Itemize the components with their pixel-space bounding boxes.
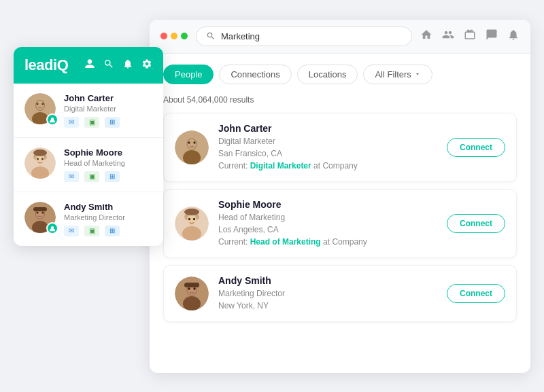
svg-point-32 (188, 217, 190, 219)
dot-red (160, 33, 167, 39)
result-info-1: John Carter Digital Marketer San Fransic… (218, 123, 437, 172)
result-name-2: Sophie Moore (218, 199, 437, 210)
filter-tabs: People Connections Locations All Filters (163, 65, 517, 84)
person-info-2: Sophie Moore Head of Marketing ✉ ▣ ⊞ (64, 147, 152, 182)
nav-icons-top (420, 29, 520, 43)
home-nav-icon[interactable] (420, 29, 432, 43)
sidebar-person-item: Sophie Moore Head of Marketing ✉ ▣ ⊞ (14, 138, 163, 192)
result-info-3: Andy Smith Marketing Director New York, … (218, 275, 437, 312)
avatar-wrapper-3 (24, 202, 56, 233)
search-icon (206, 31, 216, 41)
connect-button-3[interactable]: Connect (447, 284, 505, 303)
person-title-3: Marketing Director (64, 213, 152, 221)
connect-button-1[interactable]: Connect (447, 138, 505, 157)
person-actions-3: ✉ ▣ ⊞ (64, 226, 152, 236)
company-action-1[interactable]: ⊞ (105, 117, 120, 128)
browser-dots (160, 33, 188, 39)
connect-button-2[interactable]: Connect (447, 214, 505, 233)
svg-point-31 (182, 226, 201, 240)
result-card-1: John Carter Digital Marketer San Fransic… (163, 113, 517, 182)
result-card-2: Sophie Moore Head of Marketing Los Angel… (163, 189, 517, 258)
right-search-panel: Marketing (150, 20, 530, 373)
avatar-2 (24, 147, 56, 179)
gear-header-icon[interactable] (141, 58, 152, 71)
svg-point-2 (36, 101, 44, 110)
panel-content: People Connections Locations All Filters… (150, 54, 530, 340)
email-action-2[interactable]: ✉ (64, 171, 79, 182)
svg-point-18 (37, 211, 39, 213)
result-subtitle-1: Digital Marketer San Fransico, CA Curren… (218, 135, 437, 172)
avatar-badge-1 (46, 113, 58, 126)
results-count: About 54,064,000 results (163, 95, 517, 105)
person-actions-1: ✉ ▣ ⊞ (64, 117, 152, 128)
people-nav-icon[interactable] (442, 29, 454, 43)
svg-point-11 (37, 158, 39, 160)
logo: leadiQ (24, 56, 68, 74)
tab-people[interactable]: People (163, 65, 214, 84)
result-avatar-3 (175, 277, 209, 310)
email-action-3[interactable]: ✉ (64, 226, 79, 236)
svg-point-34 (184, 209, 199, 215)
result-info-2: Sophie Moore Head of Marketing Los Angel… (218, 199, 437, 248)
company-action-2[interactable]: ⊞ (105, 171, 120, 182)
result-name-3: Andy Smith (218, 275, 437, 286)
result-avatar-2 (175, 207, 209, 240)
sidebar-person-item: John Carter Digital Marketer ✉ ▣ ⊞ (14, 84, 163, 138)
person-title-2: Head of Marketing (64, 159, 152, 167)
chevron-down-icon (414, 71, 421, 77)
svg-point-33 (193, 217, 195, 219)
svg-rect-41 (184, 283, 199, 287)
svg-point-24 (188, 139, 197, 149)
sidebar-people-list: John Carter Digital Marketer ✉ ▣ ⊞ (14, 84, 163, 246)
phone-action-1[interactable]: ▣ (84, 117, 99, 128)
avatar-badge-3 (46, 222, 58, 234)
phone-action-2[interactable]: ▣ (84, 171, 99, 182)
person-name-2: Sophie Moore (64, 147, 152, 158)
svg-point-26 (188, 141, 190, 143)
avatar-wrapper-1 (24, 93, 56, 124)
dot-green (181, 33, 188, 39)
person-info-1: John Carter Digital Marketer ✉ ▣ ⊞ (64, 93, 152, 128)
person-title-1: Digital Marketer (64, 105, 152, 113)
email-action-1[interactable]: ✉ (64, 117, 79, 128)
tab-connections[interactable]: Connections (219, 65, 291, 84)
svg-point-13 (33, 149, 47, 156)
company-action-3[interactable]: ⊞ (105, 226, 120, 236)
svg-point-4 (37, 103, 39, 105)
bell-nav-icon[interactable] (507, 29, 520, 43)
svg-point-5 (42, 103, 44, 105)
left-sidebar-card: leadiQ (14, 47, 163, 246)
svg-point-25 (183, 150, 201, 164)
result-card-3: Andy Smith Marketing Director New York, … (163, 265, 517, 322)
browser-toolbar: Marketing (150, 20, 530, 54)
svg-rect-20 (33, 207, 47, 211)
svg-point-39 (188, 287, 190, 289)
search-header-icon[interactable] (103, 58, 114, 71)
chat-nav-icon[interactable] (486, 29, 498, 43)
dot-yellow (171, 33, 177, 39)
svg-point-38 (183, 296, 201, 310)
search-bar[interactable]: Marketing (196, 26, 412, 46)
result-avatar-1 (175, 130, 209, 164)
result-subtitle-3: Marketing Director New York, NY (218, 287, 437, 312)
sidebar-person-item: Andy Smith Marketing Director ✉ ▣ ⊞ (14, 192, 163, 246)
person-info-3: Andy Smith Marketing Director ✉ ▣ ⊞ (64, 202, 152, 236)
header-icon-group (84, 58, 152, 71)
bell-header-icon[interactable] (122, 58, 133, 71)
person-name-1: John Carter (64, 93, 152, 103)
result-name-1: John Carter (218, 123, 437, 134)
tab-locations[interactable]: Locations (297, 65, 358, 84)
person-actions-2: ✉ ▣ ⊞ (64, 171, 152, 182)
svg-point-19 (42, 211, 44, 213)
svg-point-40 (193, 287, 195, 289)
svg-point-12 (41, 158, 44, 160)
svg-point-27 (193, 141, 195, 143)
briefcase-nav-icon[interactable] (464, 29, 476, 43)
avatar-wrapper-2 (24, 147, 56, 179)
result-subtitle-2: Head of Marketing Los Angeles, CA Curren… (218, 211, 437, 248)
person-header-icon[interactable] (84, 58, 95, 71)
tab-all-filters[interactable]: All Filters (363, 65, 432, 84)
search-query: Marketing (221, 31, 260, 41)
phone-action-3[interactable]: ▣ (84, 226, 99, 236)
sidebar-header: leadiQ (14, 47, 163, 84)
